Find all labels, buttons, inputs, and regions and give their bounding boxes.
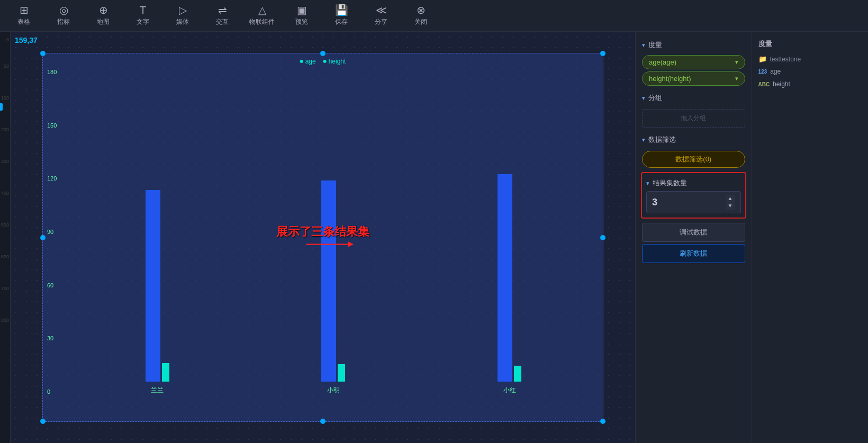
close-icon: ⊗ xyxy=(417,5,426,15)
group-drop-zone[interactable]: 拖入分组 xyxy=(642,109,745,128)
bar-group-2: 小红 xyxy=(498,174,521,395)
chart-container[interactable]: age height 0 30 60 90 120 150 180 兰兰小明小红 xyxy=(42,53,603,422)
metric-item-height: ABC height xyxy=(752,78,869,91)
toolbar-map[interactable]: ⊕ 地图 xyxy=(85,2,122,30)
result-count-stepper: ▲ ▼ xyxy=(726,195,735,210)
toolbar-text[interactable]: T 文字 xyxy=(124,2,161,30)
toolbar-close[interactable]: ⊗ 关闭 xyxy=(402,2,439,30)
text-icon: T xyxy=(140,5,146,15)
bar-blue-0 xyxy=(146,190,160,382)
bar-cyan-2 xyxy=(514,366,521,382)
legend-label-age: age xyxy=(305,58,316,65)
media-icon: ▷ xyxy=(179,5,187,15)
legend-label-height: height xyxy=(329,58,346,65)
toolbar-preview[interactable]: ▣ 预览 xyxy=(283,2,320,30)
canvas-coordinates: 159,37 xyxy=(15,36,38,44)
toolbar-table[interactable]: ⊞ 表格 xyxy=(5,2,42,30)
toolbar-close-label: 关闭 xyxy=(414,17,427,26)
left-ruler: 0 50 100 200 300 400 500 600 700 800 xyxy=(0,32,11,443)
toolbar-save[interactable]: 💾 保存 xyxy=(323,2,360,30)
section-group-header[interactable]: ▾ 分组 xyxy=(636,90,752,106)
result-count-box: 3 ▲ ▼ xyxy=(646,191,741,213)
right-panel: ▾ 度量 age(age) ▾ height(height) ▾ ▾ 分组 xyxy=(635,32,868,443)
interact-icon: ⇌ xyxy=(218,5,227,15)
ruler-mark: 300 xyxy=(1,159,9,164)
debug-button[interactable]: 调试数据 xyxy=(642,223,745,242)
bar-pair-2 xyxy=(498,174,521,382)
toolbar-metric-label: 指标 xyxy=(57,17,70,26)
ruler-mark: 800 xyxy=(1,318,9,323)
toolbar-share[interactable]: ≪ 分享 xyxy=(363,2,400,30)
ruler-mark: 700 xyxy=(1,286,9,291)
refresh-button-label: 刷新数据 xyxy=(680,249,707,257)
y-label-120: 120 xyxy=(47,176,57,182)
canvas-area[interactable]: 159,37 age height xyxy=(11,32,635,443)
toolbar-iot[interactable]: △ 物联组件 xyxy=(243,2,281,30)
legend-item-height: height xyxy=(323,58,346,65)
section-measure-header[interactable]: ▾ 度量 xyxy=(636,37,752,53)
folder-icon: 📁 xyxy=(758,55,767,63)
chip-height[interactable]: height(height) ▾ xyxy=(642,71,745,86)
iot-icon: △ xyxy=(258,5,266,15)
stepper-down-button[interactable]: ▼ xyxy=(726,202,735,210)
handle-top-middle[interactable] xyxy=(320,51,326,56)
ruler-mark: 0 xyxy=(6,37,9,42)
handle-top-right[interactable] xyxy=(600,51,605,56)
ruler-mark: 600 xyxy=(1,254,9,259)
toolbar-interact-label: 交互 xyxy=(216,17,229,26)
datasource-name: testtestone xyxy=(770,56,801,63)
section-resultset: ▾ 结果集数量 3 ▲ ▼ xyxy=(636,172,752,219)
chip-height-label: height(height) xyxy=(649,75,691,83)
ruler-mark: 100 xyxy=(1,95,9,101)
x-label-2: 小红 xyxy=(503,386,516,395)
stepper-up-button[interactable]: ▲ xyxy=(726,195,735,202)
y-label-0: 0 xyxy=(47,389,57,395)
ruler-active-marker xyxy=(0,103,3,111)
toolbar-table-label: 表格 xyxy=(17,17,30,26)
datasource-label: 📁 testtestone xyxy=(752,53,869,65)
result-section-header: ▾ 结果集数量 xyxy=(646,177,741,191)
section-filter-header[interactable]: ▾ 数据筛选 xyxy=(636,132,752,148)
y-label-150: 150 xyxy=(47,123,57,129)
y-axis: 0 30 60 90 120 150 180 xyxy=(47,69,57,395)
ruler-mark: 500 xyxy=(1,222,9,228)
chevron-down-icon: ▾ xyxy=(642,42,645,49)
result-section-title: 结果集数量 xyxy=(653,178,687,188)
share-icon: ≪ xyxy=(376,5,387,15)
y-label-60: 60 xyxy=(47,283,57,288)
handle-middle-right[interactable] xyxy=(600,235,605,240)
group-drop-label: 拖入分组 xyxy=(681,114,706,122)
toolbar-iot-label: 物联组件 xyxy=(249,17,275,26)
chevron-down-icon: ▾ xyxy=(735,59,738,66)
toolbar-media[interactable]: ▷ 媒体 xyxy=(164,2,201,30)
section-group-title: 分组 xyxy=(648,93,662,103)
chevron-down-icon: ▾ xyxy=(642,137,645,143)
refresh-button[interactable]: 刷新数据 xyxy=(642,244,745,263)
handle-bottom-right[interactable] xyxy=(600,419,605,424)
bars-area: 兰兰小明小红 xyxy=(69,69,598,395)
handle-bottom-middle[interactable] xyxy=(320,419,326,424)
chart-legend: age height xyxy=(300,58,346,65)
handle-top-left[interactable] xyxy=(40,51,46,56)
chevron-down-icon: ▾ xyxy=(642,95,645,102)
toolbar-media-label: 媒体 xyxy=(176,17,189,26)
section-group: ▾ 分组 拖入分组 xyxy=(636,90,752,128)
handle-bottom-left[interactable] xyxy=(40,419,46,424)
bar-group-1: 小明 xyxy=(321,180,345,395)
toolbar-metric[interactable]: ◎ 指标 xyxy=(45,2,82,30)
metrics-panel: 度量 📁 testtestone 123 age ABC height xyxy=(752,32,869,443)
metric-name-height: height xyxy=(773,80,790,88)
y-label-90: 90 xyxy=(47,229,57,235)
toolbar-interact[interactable]: ⇌ 交互 xyxy=(204,2,241,30)
handle-middle-left[interactable] xyxy=(40,235,46,240)
ruler-mark: 400 xyxy=(1,191,9,196)
bar-cyan-1 xyxy=(338,364,345,382)
filter-button[interactable]: 数据筛选(0) xyxy=(642,151,745,168)
ruler-mark: 50 xyxy=(4,64,9,69)
metric-type-123: 123 xyxy=(758,69,767,75)
chevron-down-icon: ▾ xyxy=(735,75,738,82)
main-area: 0 50 100 200 300 400 500 600 700 800 159… xyxy=(0,32,868,443)
chip-age[interactable]: age(age) ▾ xyxy=(642,55,745,69)
toolbar-preview-label: 预览 xyxy=(295,17,308,26)
x-label-1: 小明 xyxy=(327,386,340,395)
